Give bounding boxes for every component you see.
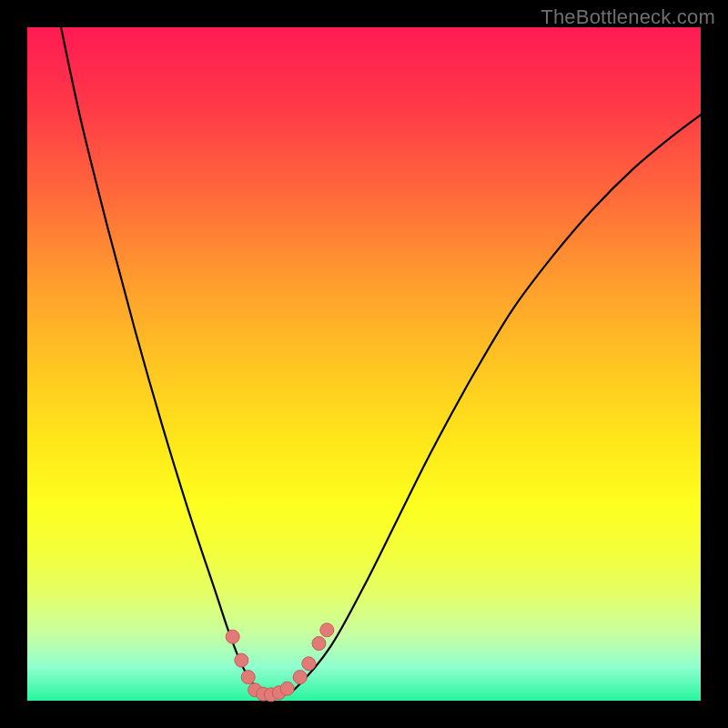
marker-bottom-4 xyxy=(280,682,294,695)
marker-left-0 xyxy=(226,630,239,643)
chart-plot-area xyxy=(27,27,701,701)
marker-left-2 xyxy=(241,671,255,684)
marker-right-3 xyxy=(320,623,334,637)
marker-left-1 xyxy=(235,653,248,667)
marker-right-2 xyxy=(312,637,326,651)
chart-svg xyxy=(27,27,701,701)
marker-right-1 xyxy=(302,657,316,671)
marker-right-0 xyxy=(293,671,307,684)
watermark-text: TheBottleneck.com xyxy=(541,5,715,29)
curve-markers xyxy=(226,623,334,702)
chart-frame: TheBottleneck.com xyxy=(0,0,728,728)
bottleneck-curve xyxy=(61,27,701,695)
